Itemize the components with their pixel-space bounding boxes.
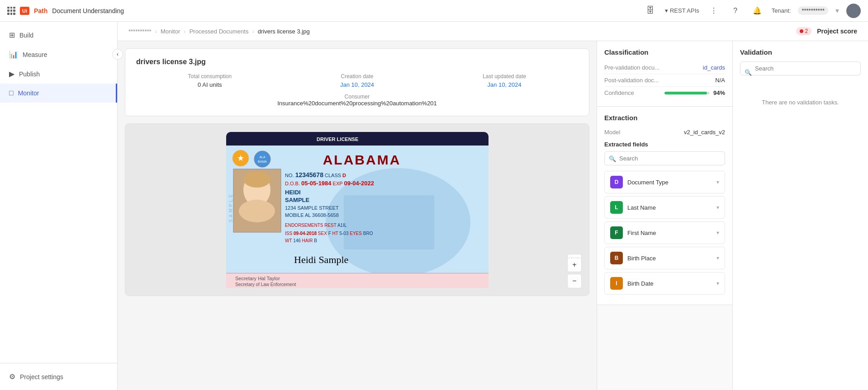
field-item-birth-date[interactable]: I Birth Date ▾ — [604, 272, 725, 295]
pre-validation-value: id_cards — [703, 64, 725, 71]
field-item-document-type[interactable]: D Document Type ▾ — [604, 171, 725, 193]
creation-date-value: Jan 10, 2024 — [284, 81, 431, 88]
panels: drivers license 3.jpg Total consumption … — [118, 41, 868, 390]
confidence-bar-group: 94% — [664, 89, 725, 96]
zoom-in-button[interactable]: + — [567, 258, 582, 272]
breadcrumb-sep1: › — [155, 28, 157, 35]
model-label: Model — [604, 129, 620, 136]
validation-search-input[interactable] — [740, 61, 861, 75]
field-name-first-name: First Name — [627, 230, 656, 236]
build-icon: ⊞ — [9, 31, 15, 39]
svg-text:Heidi Sample: Heidi Sample — [294, 254, 348, 265]
extracted-fields-search-input[interactable] — [604, 151, 725, 165]
project-settings-item[interactable]: ⚙ Project settings — [0, 367, 117, 386]
last-updated-label: Last updated date — [431, 73, 578, 80]
sidebar-item-monitor-label: Monitor — [18, 89, 39, 97]
svg-text:ALA: ALA — [259, 155, 266, 159]
pre-validation-row: Pre-validation docu... id_cards — [604, 61, 725, 74]
measure-icon: 📊 — [9, 50, 18, 59]
svg-text:BAMA: BAMA — [258, 160, 267, 163]
svg-text:ALABAMA: ALABAMA — [323, 152, 401, 167]
zoom-controls: + − — [567, 258, 582, 288]
svg-text:D.O.B. 05-05-1984  EXP 09-04-2: D.O.B. 05-05-1984 EXP 09-04-2022 — [285, 180, 374, 187]
field-badge-birth-place: B — [610, 252, 623, 264]
field-item-birth-place[interactable]: B Birth Place ▾ — [604, 247, 725, 269]
chevron-birth-place-icon: ▾ — [716, 255, 719, 261]
svg-text:SAMPLE: SAMPLE — [228, 193, 233, 222]
zoom-out-button[interactable]: − — [567, 274, 582, 288]
tenant-value: ********** — [798, 6, 828, 15]
confidence-bar-fill — [664, 92, 707, 94]
help-icon[interactable]: ? — [728, 4, 743, 18]
svg-text:1234 SAMPLE STREET: 1234 SAMPLE STREET — [285, 205, 339, 211]
breadcrumb: ********** › Monitor › Processed Documen… — [118, 22, 868, 41]
breadcrumb-sep2: › — [184, 28, 185, 35]
last-updated-value: Jan 10, 2024 — [431, 81, 578, 88]
classification-title: Classification — [604, 48, 725, 56]
svg-text:WT 146  HAIR B: WT 146 HAIR B — [285, 238, 317, 243]
field-item-left-birth-date: I Birth Date — [610, 277, 654, 290]
last-updated-date: Last updated date Jan 10, 2024 — [431, 73, 578, 88]
rest-apis-button[interactable]: ▾ REST APIs — [665, 7, 699, 14]
license-image-container: DRIVER LICENSE ★ ALA BAMA — [125, 124, 589, 296]
breadcrumb-processed[interactable]: Processed Documents — [190, 28, 249, 35]
validation-title: Validation — [740, 48, 861, 56]
center-panel: drivers license 3.jpg Total consumption … — [118, 41, 597, 390]
chevron-first-name-icon: ▾ — [716, 230, 719, 236]
confidence-value: 94% — [713, 89, 725, 96]
field-item-last-name[interactable]: L Last Name ▾ — [604, 196, 725, 219]
svg-text:Secretary of Law Enforcement: Secretary of Law Enforcement — [235, 282, 296, 287]
storage-icon[interactable]: 🗄 — [643, 4, 658, 18]
breadcrumb-right: 2 Project score — [796, 27, 857, 35]
sidebar-item-publish[interactable]: ▶ Publish — [0, 64, 117, 84]
model-value: v2_id_cards_v2 — [684, 129, 725, 136]
app-name: Document Understanding — [52, 7, 124, 14]
field-name-document-type: Document Type — [627, 179, 669, 186]
breadcrumb-sep3: › — [252, 28, 254, 35]
error-dot-icon — [800, 29, 803, 33]
classification-section: Classification Pre-validation docu... id… — [597, 41, 732, 107]
document-meta: Total consumption 0 AI units Creation da… — [136, 73, 578, 88]
field-name-birth-date: Birth Date — [627, 280, 654, 287]
sidebar-item-measure[interactable]: 📊 Measure — [0, 45, 117, 64]
svg-text:MOBILE AL 36608-5658: MOBILE AL 36608-5658 — [285, 212, 339, 218]
top-navigation: Ui Path Document Understanding 🗄 ▾ REST … — [0, 0, 868, 22]
validation-search-wrap: 🔍 — [740, 61, 861, 83]
sidebar-collapse-button[interactable]: ‹ — [112, 49, 123, 60]
document-image-card: DRIVER LICENSE ★ ALA BAMA — [125, 123, 589, 296]
breadcrumb-monitor[interactable]: Monitor — [161, 28, 180, 35]
sidebar-item-build[interactable]: ⊞ Build — [0, 25, 117, 45]
consumer-row: Consumer Insurance%20document%20processi… — [136, 94, 578, 107]
tenant-label: Tenant: — [772, 7, 791, 14]
more-options-icon[interactable]: ⋮ — [707, 4, 721, 18]
uipath-logo-box: Ui — [20, 7, 29, 15]
monitor-icon: □ — [9, 89, 14, 97]
sidebar-item-monitor[interactable]: □ Monitor — [0, 84, 117, 103]
notifications-icon[interactable]: 🔔 — [750, 4, 764, 18]
sidebar-item-publish-label: Publish — [19, 70, 40, 78]
consumer-label: Consumer — [136, 94, 578, 100]
error-count: 2 — [805, 28, 808, 34]
svg-point-14 — [243, 171, 270, 188]
total-consumption-value: 0 AI units — [136, 81, 284, 88]
field-item-first-name[interactable]: F First Name ▾ — [604, 221, 725, 244]
svg-point-13 — [239, 200, 275, 222]
sidebar-bottom: ⚙ Project settings — [0, 363, 117, 386]
validation-search-icon: 🔍 — [745, 69, 752, 75]
document-info-card: drivers license 3.jpg Total consumption … — [125, 48, 589, 116]
field-item-left-first-name: F First Name — [610, 226, 656, 239]
apps-icon[interactable] — [7, 7, 15, 15]
field-name-birth-place: Birth Place — [627, 255, 656, 262]
field-badge-birth-date: I — [610, 277, 623, 290]
breadcrumb-current: drivers license 3.jpg — [258, 28, 310, 35]
field-item-left-last-name: L Last Name — [610, 201, 656, 214]
pre-validation-label: Pre-validation docu... — [604, 64, 659, 71]
breadcrumb-root[interactable]: ********** — [128, 28, 152, 35]
user-avatar[interactable] — [846, 4, 861, 18]
sidebar: ‹ ⊞ Build 📊 Measure ▶ Publish □ Monitor … — [0, 22, 118, 390]
license-svg: DRIVER LICENSE ★ ALA BAMA — [226, 132, 489, 288]
svg-text:NO. 12345678  CLASS D: NO. 12345678 CLASS D — [285, 171, 346, 179]
svg-text:HEIDI: HEIDI — [285, 189, 301, 196]
main-layout: ‹ ⊞ Build 📊 Measure ▶ Publish □ Monitor … — [0, 22, 868, 390]
extracted-fields-label: Extracted fields — [604, 141, 725, 148]
